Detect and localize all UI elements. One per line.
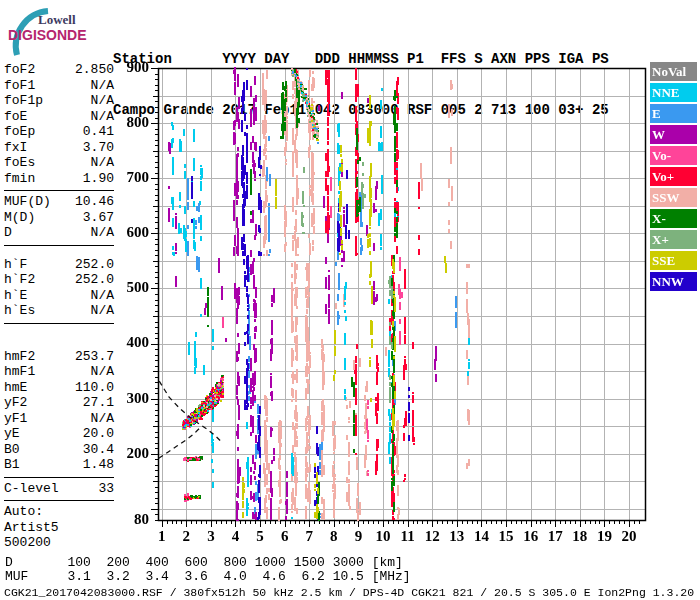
legend-item-vo: Vo+ bbox=[650, 167, 697, 186]
legend-item-w: W bbox=[650, 125, 697, 144]
legend-item-nnw: NNW bbox=[650, 272, 697, 291]
legend-item-noval: NoVal bbox=[650, 62, 697, 81]
legend-item-sse: SSE bbox=[650, 251, 697, 270]
distance-row: D 100 200 400 600 800 1000 1500 3000 [km… bbox=[5, 556, 403, 570]
legend-item-x: X- bbox=[650, 209, 697, 228]
digisonde-ionogram-app: { "logo": { "top": "Lowell", "bottom": "… bbox=[0, 0, 700, 600]
muf-row: MUF 3.1 3.2 3.4 3.6 4.0 4.6 6.2 10.5 [MH… bbox=[5, 570, 411, 584]
legend-item-nne: NNE bbox=[650, 83, 697, 102]
legend-item-x: X+ bbox=[650, 230, 697, 249]
legend-item-e: E bbox=[650, 104, 697, 123]
legend-item-ssw: SSW bbox=[650, 188, 697, 207]
legend-item-vo: Vo- bbox=[650, 146, 697, 165]
echo-direction-legend: NoValNNEEWVo-Vo+SSWX-X+SSENNW bbox=[650, 62, 697, 293]
ionogram-plot-canvas bbox=[0, 0, 700, 600]
status-line: CGK21_2017042083000.RSF / 380fx512h 50 k… bbox=[4, 586, 694, 599]
